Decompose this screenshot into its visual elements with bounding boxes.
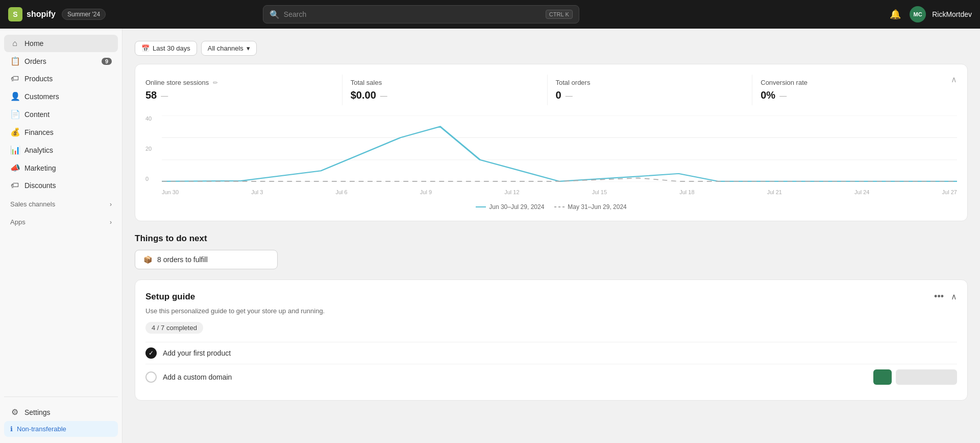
legend-previous-label: May 31–Jun 29, 2024: [568, 203, 626, 211]
sidebar-item-settings[interactable]: ⚙ Settings: [4, 403, 118, 421]
stat-total-orders-label: Total orders: [556, 79, 744, 86]
home-icon: ⌂: [10, 39, 19, 48]
layout: ⌂ Home 📋 Orders 9 🏷 Products 👤 Customers…: [0, 29, 980, 443]
apps-section[interactable]: Apps ›: [4, 214, 118, 230]
domain-action-button[interactable]: [873, 369, 892, 385]
setup-guide-subtitle: Use this personalized guide to get your …: [145, 307, 957, 315]
stat-conversion-rate-label: Conversion rate: [761, 79, 949, 86]
stats-row: Online store sessions ✏ 58 — Total sales…: [145, 75, 957, 105]
chart-y-labels: 40 20 0: [145, 115, 161, 182]
sidebar-item-discounts[interactable]: 🏷 Discounts: [4, 177, 118, 194]
search-shortcut: CTRL K: [546, 10, 573, 19]
y-label-20: 20: [145, 146, 161, 152]
customers-icon: 👤: [10, 91, 19, 101]
stat-conversion-rate: Conversion rate 0% — ∧: [752, 75, 957, 105]
stat-conversion-rate-value: 0% —: [761, 89, 949, 101]
date-filter-button[interactable]: 📅 Last 30 days: [135, 41, 197, 56]
summer-badge[interactable]: Summer '24: [62, 9, 106, 20]
sidebar-item-products[interactable]: 🏷 Products: [4, 70, 118, 87]
setup-header-actions: ••• ∧: [931, 290, 957, 303]
analytics-icon: 📊: [10, 145, 19, 155]
search-icon: 🔍: [270, 10, 280, 19]
sidebar-item-home[interactable]: ⌂ Home: [4, 35, 118, 52]
domain-action-area: [873, 369, 957, 385]
chart-svg: [162, 115, 957, 182]
setup-collapse-button[interactable]: ∧: [951, 292, 957, 301]
y-label-40: 40: [145, 115, 161, 122]
fulfill-orders-label: 8 orders to fulfill: [157, 255, 208, 264]
legend-current: Jun 30–Jul 29, 2024: [476, 203, 544, 211]
nav-right: 🔔 MC RickMortdev: [887, 6, 972, 22]
info-icon: ℹ: [10, 425, 13, 433]
orders-icon: 📋: [10, 56, 19, 66]
shopify-logo-text: shopify: [27, 10, 56, 19]
domain-placeholder: [896, 369, 957, 385]
apps-label: Apps: [10, 218, 26, 226]
username: RickMortdev: [932, 10, 972, 18]
sidebar-item-customers[interactable]: 👤 Customers: [4, 87, 118, 105]
sidebar-item-label: Home: [24, 39, 43, 48]
stat-online-sessions: Online store sessions ✏ 58 —: [145, 75, 342, 105]
chart-container: 40 20 0: [145, 115, 957, 197]
stat-total-orders: Total orders 0 —: [548, 75, 753, 105]
task-custom-domain[interactable]: Add a custom domain: [145, 364, 957, 390]
sidebar-item-finances[interactable]: 💰 Finances: [4, 123, 118, 141]
stat-total-orders-value: 0 —: [556, 89, 744, 101]
package-icon: 📦: [143, 255, 152, 264]
edit-icon[interactable]: ✏: [213, 79, 218, 86]
collapse-icon[interactable]: ∧: [951, 75, 957, 84]
y-label-0: 0: [145, 176, 161, 182]
setup-progress-badge: 4 / 7 completed: [145, 322, 203, 334]
sales-channels-label: Sales channels: [10, 200, 55, 208]
stats-card: Online store sessions ✏ 58 — Total sales…: [135, 64, 968, 221]
search-bar[interactable]: 🔍 CTRL K: [263, 5, 579, 24]
legend-previous: May 31–Jun 29, 2024: [554, 203, 626, 211]
sidebar-item-content[interactable]: 📄 Content: [4, 105, 118, 123]
notifications-button[interactable]: 🔔: [887, 6, 903, 22]
sidebar-bottom: ⚙ Settings ℹ Non-transferable: [4, 397, 118, 437]
stat-online-sessions-value: 58 —: [145, 89, 334, 101]
chart-area: [162, 115, 957, 182]
sidebar-item-label: Analytics: [24, 146, 53, 154]
sidebar-item-label: Settings: [24, 408, 51, 416]
fulfill-orders-button[interactable]: 📦 8 orders to fulfill: [135, 250, 278, 269]
legend-solid-line: [476, 206, 486, 207]
stat-total-sales-value: $0.00 —: [351, 89, 539, 101]
sales-channels-section[interactable]: Sales channels ›: [4, 196, 118, 212]
bell-icon: 🔔: [890, 9, 901, 20]
task-check-pending-icon: [145, 371, 157, 383]
sidebar-item-label: Orders: [24, 57, 46, 65]
shopify-logo: S shopify: [8, 7, 56, 21]
task-custom-domain-label: Add a custom domain: [163, 373, 232, 381]
chevron-right-icon: ›: [110, 201, 112, 208]
finances-icon: 💰: [10, 127, 19, 137]
task-add-product[interactable]: ✓ Add your first product: [145, 342, 957, 364]
sidebar-item-marketing[interactable]: 📣 Marketing: [4, 159, 118, 177]
settings-icon: ⚙: [10, 407, 19, 417]
setup-guide-card: Setup guide ••• ∧ Use this personalized …: [135, 279, 968, 401]
search-input[interactable]: [284, 10, 542, 18]
sidebar: ⌂ Home 📋 Orders 9 🏷 Products 👤 Customers…: [0, 29, 122, 443]
calendar-icon: 📅: [141, 44, 150, 52]
shopify-logo-icon: S: [8, 7, 22, 21]
chevron-right-icon: ›: [110, 219, 112, 226]
stat-total-sales-label: Total sales: [351, 79, 539, 86]
things-to-do-title: Things to do next: [135, 234, 968, 244]
chevron-down-icon: ▾: [247, 44, 250, 52]
setup-more-options-button[interactable]: •••: [931, 290, 947, 303]
setup-guide-title: Setup guide: [145, 292, 195, 302]
marketing-icon: 📣: [10, 163, 19, 173]
sidebar-item-orders[interactable]: 📋 Orders 9: [4, 52, 118, 70]
sidebar-item-label: Marketing: [24, 164, 56, 172]
sidebar-item-analytics[interactable]: 📊 Analytics: [4, 141, 118, 159]
sidebar-item-label: Customers: [24, 92, 59, 101]
sidebar-item-label: Discounts: [24, 181, 56, 190]
avatar: MC: [910, 6, 926, 22]
non-transferable-banner[interactable]: ℹ Non-transferable: [4, 421, 118, 437]
non-transferable-label: Non-transferable: [17, 425, 66, 433]
channel-filter-button[interactable]: All channels ▾: [201, 41, 257, 56]
stat-online-sessions-label: Online store sessions ✏: [145, 79, 334, 86]
chart-x-labels: Jun 30 Jul 3 Jul 6 Jul 9 Jul 12 Jul 15 J…: [162, 182, 957, 197]
sidebar-item-label: Content: [24, 110, 50, 119]
task-add-product-label: Add your first product: [163, 349, 231, 357]
